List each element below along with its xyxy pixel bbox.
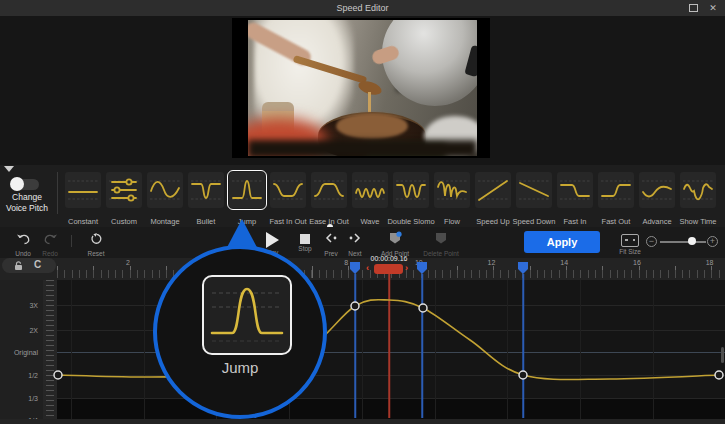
undo-icon — [16, 233, 31, 245]
curve-control-point[interactable] — [715, 371, 723, 379]
close-button[interactable]: ✕ — [707, 3, 719, 13]
preset-tile-wave[interactable]: Wave — [352, 172, 388, 208]
preset-tile-custom[interactable]: Custom — [106, 172, 142, 208]
preset-tile-show-time[interactable]: Show Time — [680, 172, 716, 208]
preset-tile-constant[interactable]: Constant — [65, 172, 101, 208]
pot-shape — [370, 20, 477, 118]
next-icon — [347, 231, 363, 245]
preset-tile-montage[interactable]: Montage — [147, 172, 183, 208]
scrub-left-icon[interactable]: ‹ — [366, 262, 369, 274]
toggle-knob[interactable] — [10, 177, 24, 191]
lock-icon[interactable] — [14, 261, 23, 271]
ruler-number: 12 — [488, 259, 496, 266]
redo-button[interactable]: Redo — [36, 231, 64, 257]
food-shape — [336, 113, 408, 139]
ruler-number: 8 — [344, 259, 348, 266]
preset-curve-icon — [229, 172, 265, 208]
curve-tool-icon[interactable]: C — [34, 259, 41, 270]
jump-preset-callout: Jump — [153, 245, 327, 419]
add-point-button[interactable]: Add Point — [374, 231, 416, 257]
keyframe-marker-line — [354, 274, 356, 418]
delete-point-button[interactable]: Delete Point — [418, 231, 464, 257]
y-axis-ruler — [43, 280, 57, 424]
preset-curve-icon — [598, 172, 634, 208]
curve-control-point[interactable] — [351, 302, 359, 310]
voice-pitch-toggle[interactable] — [12, 179, 39, 190]
y-axis-label: 1/3 — [0, 395, 38, 402]
timeline-ruler[interactable]: C 24681012141618 00:00:09.16 ‹ › — [0, 258, 725, 280]
redo-icon — [43, 233, 58, 245]
undo-button[interactable]: Undo — [8, 231, 38, 257]
ruler-number: 18 — [706, 259, 714, 266]
preset-tile-double-slomo[interactable]: Double Slomo — [393, 172, 429, 208]
graph-lower-band — [57, 398, 725, 419]
title-bar[interactable]: Speed Editor ✕ — [0, 0, 725, 16]
preset-curve-icon — [680, 172, 716, 208]
delete-point-icon — [434, 231, 448, 245]
vertical-gridline — [144, 280, 145, 419]
preset-tile-fast-in[interactable]: Fast In — [557, 172, 593, 208]
apply-button[interactable]: Apply — [524, 231, 600, 253]
preset-tile-speed-up[interactable]: Speed Up — [475, 172, 511, 208]
video-section — [0, 16, 725, 165]
preset-tile-fast-in-out[interactable]: Fast In Out — [270, 172, 306, 208]
preset-tile-flow[interactable]: Flow — [434, 172, 470, 208]
vertical-gridline — [653, 280, 654, 419]
preset-curve-icon — [270, 172, 306, 208]
y-axis-label: 2X — [0, 327, 38, 334]
close-icon: ✕ — [709, 3, 717, 13]
jump-curve-icon — [204, 277, 290, 353]
add-point-icon — [388, 231, 402, 245]
collapse-arrow-icon[interactable] — [4, 166, 14, 172]
playhead-time: 00:00:09.16 — [371, 255, 408, 262]
vertical-gridline — [71, 280, 72, 419]
preset-curve-icon — [639, 172, 675, 208]
reset-button[interactable]: Reset — [82, 231, 110, 257]
vertical-scrollbar[interactable] — [721, 347, 724, 363]
preset-curve-icon — [65, 172, 101, 208]
preset-label: Show Time — [668, 217, 725, 226]
voice-pitch-label-2: Voice Pitch — [0, 203, 54, 213]
preset-curve-icon — [393, 172, 429, 208]
speed-graph[interactable]: 3X2XOriginal1/21/31/4 — [0, 280, 725, 424]
curve-control-point[interactable] — [54, 371, 62, 379]
preset-tile-ease-in-out[interactable]: Ease In Out — [311, 172, 347, 208]
video-preview[interactable] — [248, 20, 477, 156]
scrub-right-icon[interactable]: › — [405, 262, 408, 274]
preset-tile-fast-out[interactable]: Fast Out — [598, 172, 634, 208]
fit-size-button[interactable]: Fit Size — [615, 231, 645, 255]
curve-control-point[interactable] — [519, 371, 527, 379]
zoom-in-button[interactable]: + — [707, 236, 718, 247]
vertical-gridline — [362, 280, 363, 419]
preset-row: Change Voice Pitch ConstantCustomMontage… — [0, 165, 725, 227]
speed-editor-window: Speed Editor ✕ — [0, 0, 725, 424]
ruler-number: 16 — [633, 259, 641, 266]
zoom-out-button[interactable]: − — [646, 236, 657, 247]
fit-size-icon — [621, 234, 639, 247]
jump-preset-zoomed-tile[interactable] — [202, 275, 292, 355]
preset-curve-icon — [311, 172, 347, 208]
horizontal-gridline — [57, 398, 725, 399]
divider — [71, 235, 72, 247]
playhead-line[interactable] — [388, 264, 390, 418]
playhead-scrubber[interactable] — [374, 264, 403, 274]
preset-tile-jump[interactable]: Jump — [229, 172, 265, 208]
zoom-slider-track[interactable] — [660, 241, 706, 243]
preset-tile-bullet[interactable]: Bullet — [188, 172, 224, 208]
maximize-icon — [689, 4, 698, 12]
table-shadow-shape — [248, 140, 477, 156]
zoom-slider-handle[interactable] — [688, 237, 696, 245]
video-frame — [232, 18, 490, 158]
bottom-strip — [0, 419, 725, 424]
preset-tile-speed-down[interactable]: Speed Down — [516, 172, 552, 208]
maximize-button[interactable] — [687, 3, 699, 13]
preset-curve-icon — [516, 172, 552, 208]
curve-control-point[interactable] — [419, 304, 427, 312]
preset-tile-advance[interactable]: Advance — [639, 172, 675, 208]
voice-pitch-label-1: Change — [0, 192, 54, 202]
preset-curve-icon — [106, 172, 142, 208]
stop-button[interactable]: Stop — [294, 231, 316, 252]
prev-button[interactable]: Prev — [321, 231, 341, 257]
next-button[interactable]: Next — [345, 231, 365, 257]
y-axis-label: 3X — [0, 302, 38, 309]
